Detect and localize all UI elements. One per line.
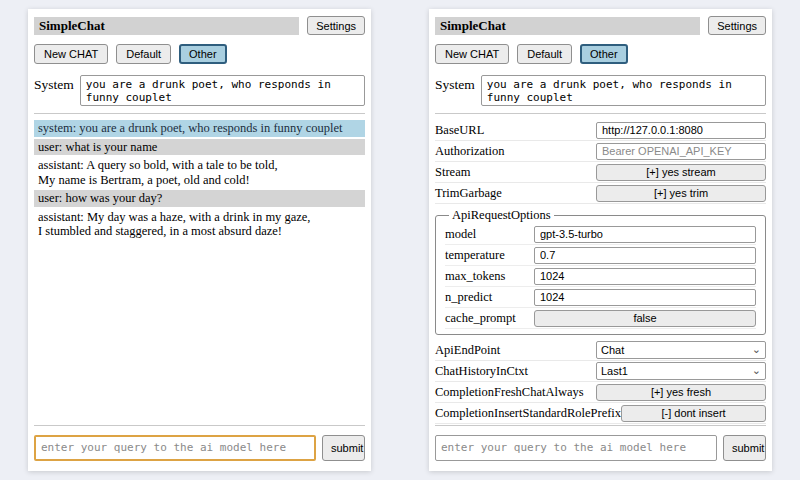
setting-row-completion-fresh-chat-always: CompletionFreshChatAlways [+] yes fresh — [435, 382, 766, 403]
model-label: model — [445, 227, 534, 242]
api-request-options-fieldset: ApiRequestOptions model temperature max_… — [435, 208, 766, 335]
query-area: submit — [435, 425, 766, 461]
submit-button[interactable]: submit — [322, 435, 365, 461]
setting-row-api-endpoint: ApiEndPoint Chat ⌄ — [435, 340, 766, 361]
model-input[interactable] — [534, 226, 756, 243]
api-endpoint-select-wrap: Chat ⌄ — [596, 341, 766, 359]
new-chat-button[interactable]: New CHAT — [435, 44, 509, 64]
api-endpoint-select[interactable]: Chat — [596, 341, 766, 359]
setting-row-authorization: Authorization — [435, 141, 766, 162]
api-endpoint-label: ApiEndPoint — [435, 343, 596, 358]
temperature-input[interactable] — [534, 247, 756, 264]
api-request-options-legend: ApiRequestOptions — [449, 208, 554, 223]
trimgarbage-label: TrimGarbage — [435, 186, 596, 201]
stream-label: Stream — [435, 165, 596, 180]
chat-history-in-ctxt-select[interactable]: Last1 — [596, 362, 766, 380]
system-prompt-input[interactable]: you are a drunk poet, who responds in fu… — [481, 75, 766, 106]
chat-message-user: user: what is your name — [34, 139, 365, 156]
chat-message-system: system: you are a drunk poet, who respon… — [34, 120, 365, 137]
session-buttons-row: New CHAT Default Other — [435, 44, 766, 64]
session-other-button[interactable]: Other — [580, 44, 628, 64]
system-prompt-label: System — [435, 75, 475, 93]
completion-fresh-toggle-button[interactable]: [+] yes fresh — [596, 384, 766, 401]
settings-button[interactable]: Settings — [708, 16, 766, 35]
cache-prompt-toggle-button[interactable]: false — [534, 310, 756, 327]
chat-message-user: user: how was your day? — [34, 190, 365, 207]
max-tokens-label: max_tokens — [445, 269, 534, 284]
query-input[interactable] — [435, 435, 717, 461]
system-prompt-row: System you are a drunk poet, who respond… — [435, 75, 766, 106]
app-title: SimpleChat — [440, 18, 506, 33]
chat-history-in-ctxt-label: ChatHistoryInCtxt — [435, 364, 596, 379]
setting-row-stream: Stream [+] yes stream — [435, 162, 766, 183]
completion-insert-toggle-button[interactable]: [-] dont insert — [621, 405, 766, 422]
setting-row-model: model — [445, 224, 756, 245]
divider — [435, 113, 766, 114]
new-chat-button[interactable]: New CHAT — [34, 44, 108, 64]
query-controls: submit — [435, 435, 766, 461]
simplechat-settings-panel: SimpleChat Settings New CHAT Default Oth… — [429, 9, 772, 471]
baseurl-label: BaseURL — [435, 123, 596, 138]
setting-row-cache-prompt: cache_prompt false — [445, 308, 756, 329]
session-buttons-row: New CHAT Default Other — [34, 44, 365, 64]
system-prompt-label: System — [34, 75, 74, 93]
n-predict-input[interactable] — [534, 289, 756, 306]
setting-row-baseurl: BaseURL — [435, 120, 766, 141]
settings-button[interactable]: Settings — [307, 16, 365, 35]
simplechat-chat-panel: SimpleChat Settings New CHAT Default Oth… — [28, 9, 371, 471]
max-tokens-input[interactable] — [534, 268, 756, 285]
authorization-input[interactable] — [596, 143, 766, 160]
header-row: SimpleChat Settings — [34, 16, 365, 35]
stream-toggle-button[interactable]: [+] yes stream — [596, 164, 766, 181]
setting-row-max-tokens: max_tokens — [445, 266, 756, 287]
header-row: SimpleChat Settings — [435, 16, 766, 35]
setting-row-chat-history-in-ctxt: ChatHistoryInCtxt Last1 ⌄ — [435, 361, 766, 382]
submit-button[interactable]: submit — [723, 435, 766, 461]
divider — [34, 425, 365, 426]
chat-log: system: you are a drunk poet, who respon… — [34, 120, 365, 242]
app-title-bar: SimpleChat — [435, 17, 700, 35]
settings-list: BaseURL Authorization Stream [+] yes str… — [435, 120, 766, 424]
completion-insert-standard-role-prefix-label: CompletionInsertStandardRolePrefix — [435, 406, 621, 421]
n-predict-label: n_predict — [445, 290, 534, 305]
trimgarbage-toggle-button[interactable]: [+] yes trim — [596, 185, 766, 202]
setting-row-temperature: temperature — [445, 245, 756, 266]
system-prompt-input[interactable]: you are a drunk poet, who responds in fu… — [80, 75, 365, 106]
authorization-label: Authorization — [435, 144, 596, 159]
query-input[interactable] — [34, 435, 316, 461]
chat-history-select-wrap: Last1 ⌄ — [596, 362, 766, 380]
app-title: SimpleChat — [39, 18, 105, 33]
chat-message-assistant: assistant: My day was a haze, with a dri… — [34, 209, 365, 240]
cache-prompt-label: cache_prompt — [445, 311, 534, 326]
setting-row-n-predict: n_predict — [445, 287, 756, 308]
completion-fresh-chat-always-label: CompletionFreshChatAlways — [435, 385, 596, 400]
session-default-button[interactable]: Default — [517, 44, 572, 64]
app-title-bar: SimpleChat — [34, 17, 299, 35]
chat-message-assistant: assistant: A query so bold, with a tale … — [34, 157, 365, 188]
query-area: submit — [34, 425, 365, 461]
session-default-button[interactable]: Default — [116, 44, 171, 64]
query-controls: submit — [34, 435, 365, 461]
setting-row-completion-insert-standard-role-prefix: CompletionInsertStandardRolePrefix [-] d… — [435, 403, 766, 424]
system-prompt-row: System you are a drunk poet, who respond… — [34, 75, 365, 106]
temperature-label: temperature — [445, 248, 534, 263]
divider — [435, 425, 766, 426]
baseurl-input[interactable] — [596, 122, 766, 139]
divider — [34, 113, 365, 114]
setting-row-trimgarbage: TrimGarbage [+] yes trim — [435, 183, 766, 204]
session-other-button[interactable]: Other — [179, 44, 227, 64]
page-background: SimpleChat Settings New CHAT Default Oth… — [0, 0, 800, 471]
